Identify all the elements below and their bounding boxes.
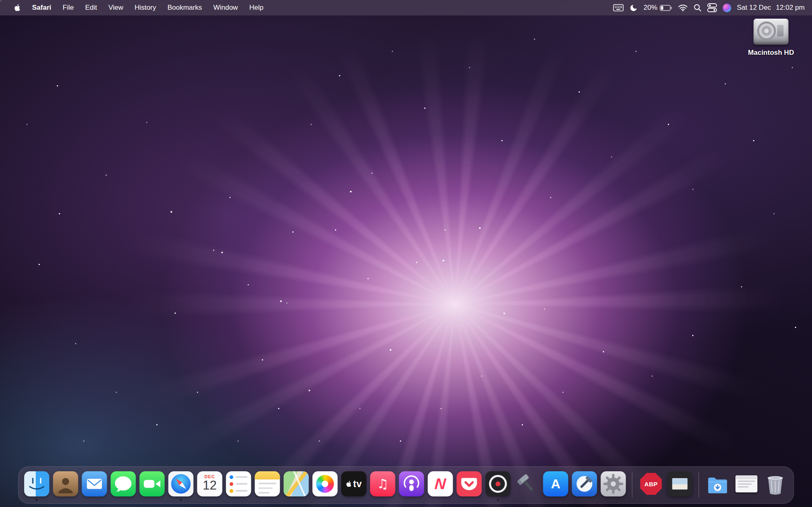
menu-window[interactable]: Window	[207, 4, 243, 12]
do-not-disturb-moon-icon[interactable]	[629, 4, 638, 12]
reminders-icon	[226, 471, 251, 496]
pocket-icon	[457, 471, 482, 496]
minimized-window-thumbnail	[734, 471, 759, 496]
hard-drive-arm	[777, 24, 784, 37]
dock-item-image-viewer[interactable]	[667, 468, 693, 502]
dock-item-pocket[interactable]	[456, 468, 483, 502]
dock-item-podcasts[interactable]	[398, 468, 425, 502]
safari-icon	[168, 471, 194, 496]
running-indicator	[497, 499, 499, 501]
dock-item-music[interactable]: ♫	[369, 468, 396, 502]
dock-item-minimized-window[interactable]	[733, 468, 760, 502]
aurora-rays	[0, 0, 812, 507]
date-label: Sat 12 Dec	[737, 4, 771, 12]
battery-status[interactable]: 20%	[644, 4, 672, 12]
dock-item-messages[interactable]	[110, 468, 137, 502]
window-titlebar	[736, 475, 758, 479]
apple-tv-icon: tv	[341, 471, 367, 496]
calendar-day-label: 12	[203, 479, 216, 492]
facetime-icon	[140, 471, 165, 496]
desktop-icon-macintosh-hd[interactable]: Macintosh HD	[741, 19, 801, 57]
downloads-folder-icon	[705, 471, 730, 496]
dock-item-maps[interactable]	[283, 468, 310, 502]
menu-view[interactable]: View	[103, 4, 129, 12]
running-indicator	[36, 499, 38, 501]
dock-item-contacts[interactable]	[52, 468, 79, 502]
dock-item-finder[interactable]	[24, 468, 50, 502]
record-dial-app-icon	[486, 471, 511, 496]
menu-bar-status-area: 20%	[613, 3, 812, 12]
menu-help[interactable]: Help	[244, 4, 269, 12]
dock-item-photos[interactable]	[312, 468, 339, 502]
menu-history[interactable]: History	[129, 4, 162, 12]
news-icon: N	[428, 471, 453, 496]
mail-icon	[82, 471, 107, 496]
active-app-menu[interactable]: Safari	[26, 4, 57, 12]
keyboard-icon[interactable]	[613, 4, 624, 11]
spotlight-search-icon[interactable]	[693, 4, 702, 12]
dock-item-news[interactable]: N	[427, 468, 454, 502]
dial-ring	[489, 475, 507, 493]
apple-logo-icon	[14, 4, 21, 12]
notes-yellow-bar	[255, 471, 280, 479]
news-letter: N	[434, 475, 446, 493]
window-thumbnail	[736, 475, 758, 492]
trash-icon	[763, 471, 788, 496]
app-store-letter: A	[551, 477, 560, 492]
adblock-plus-icon: ABP	[639, 471, 664, 496]
calendar-icon: DEC 12	[197, 471, 222, 496]
hard-drive-icon	[754, 19, 788, 45]
siri-icon[interactable]	[723, 4, 731, 12]
dock-item-hammer-app[interactable]	[514, 468, 540, 502]
abp-label: ABP	[644, 481, 658, 488]
dock-item-mail[interactable]	[81, 468, 108, 502]
battery-icon	[660, 5, 672, 11]
dock-item-safari[interactable]	[168, 468, 194, 502]
apple-menu[interactable]	[8, 4, 26, 12]
xcode-icon	[572, 471, 597, 496]
dock-item-app-store[interactable]: A	[542, 468, 569, 502]
apple-logo-small-icon	[346, 480, 352, 488]
abp-stop-sign: ABP	[640, 473, 662, 495]
dock-item-facetime[interactable]	[139, 468, 166, 502]
menu-file[interactable]: File	[57, 4, 79, 12]
image-viewer-icon	[667, 471, 693, 496]
menu-bar-left: Safari File Edit View History Bookmarks …	[0, 4, 269, 12]
hammer-app-icon	[514, 471, 540, 496]
podcasts-icon	[399, 471, 424, 496]
menu-edit[interactable]: Edit	[80, 4, 103, 12]
notes-icon	[255, 471, 280, 496]
running-indicator	[180, 499, 182, 501]
time-label: 12:02 pm	[776, 4, 805, 12]
wifi-icon[interactable]	[678, 4, 688, 11]
dock-item-apple-tv[interactable]: tv	[341, 468, 367, 502]
dock-item-notes[interactable]	[254, 468, 281, 502]
app-store-icon: A	[543, 471, 568, 496]
finder-icon	[24, 471, 50, 496]
menu-bookmarks[interactable]: Bookmarks	[162, 4, 207, 12]
dock-item-system-preferences[interactable]	[600, 468, 627, 502]
maps-icon	[284, 471, 309, 496]
dock-item-record-dial-app[interactable]	[485, 468, 512, 502]
dock-item-adblock-plus[interactable]: ABP	[638, 468, 665, 502]
music-note-glyph: ♫	[377, 476, 389, 492]
menu-bar-clock[interactable]: Sat 12 Dec 12:02 pm	[737, 4, 805, 12]
messages-icon	[111, 471, 136, 496]
system-preferences-icon	[601, 471, 626, 496]
dock-item-xcode[interactable]	[571, 468, 598, 502]
menu-bar: Safari File Edit View History Bookmarks …	[0, 0, 812, 15]
contacts-icon	[53, 471, 78, 496]
dock-item-downloads-folder[interactable]	[704, 468, 731, 502]
image-thumbnail	[672, 478, 688, 490]
dock-item-trash[interactable]	[762, 468, 789, 502]
hard-drive-platter	[757, 22, 776, 40]
photos-flower	[316, 475, 334, 493]
control-center-icon[interactable]	[707, 3, 717, 12]
dock-divider	[632, 472, 633, 498]
dock-item-reminders[interactable]	[225, 468, 252, 502]
dock-item-calendar[interactable]: DEC 12	[197, 468, 223, 502]
photos-icon	[313, 471, 338, 496]
volume-label: Macintosh HD	[748, 49, 794, 57]
tv-label: tv	[353, 479, 362, 490]
battery-percent-label: 20%	[644, 4, 657, 12]
